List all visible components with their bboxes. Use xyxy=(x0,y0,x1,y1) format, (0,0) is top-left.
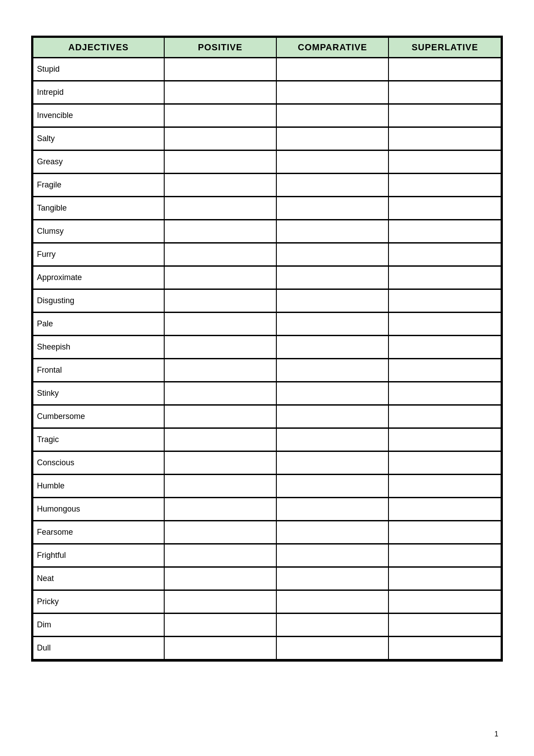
comparative-cell[interactable] xyxy=(276,81,388,104)
table-row: Clumsy xyxy=(33,220,501,243)
comparative-cell[interactable] xyxy=(276,590,388,614)
adjective-cell: Sheepish xyxy=(33,336,164,359)
comparative-cell[interactable] xyxy=(276,197,388,220)
comparative-cell[interactable] xyxy=(276,428,388,451)
comparative-cell[interactable] xyxy=(276,220,388,243)
positive-cell[interactable] xyxy=(164,451,276,475)
adjective-cell: Disgusting xyxy=(33,289,164,313)
table-row: Fragile xyxy=(33,174,501,197)
positive-cell[interactable] xyxy=(164,58,276,81)
superlative-cell[interactable] xyxy=(388,614,501,637)
positive-cell[interactable] xyxy=(164,150,276,174)
table-row: Fearsome xyxy=(33,521,501,544)
superlative-cell[interactable] xyxy=(388,475,501,498)
superlative-cell[interactable] xyxy=(388,220,501,243)
table-row: Salty xyxy=(33,127,501,150)
comparative-cell[interactable] xyxy=(276,475,388,498)
table-row: Humble xyxy=(33,475,501,498)
comparative-cell[interactable] xyxy=(276,336,388,359)
superlative-cell[interactable] xyxy=(388,104,501,127)
adjective-cell: Approximate xyxy=(33,266,164,289)
superlative-cell[interactable] xyxy=(388,405,501,428)
adjective-cell: Cumbersome xyxy=(33,405,164,428)
positive-cell[interactable] xyxy=(164,243,276,266)
positive-cell[interactable] xyxy=(164,428,276,451)
positive-cell[interactable] xyxy=(164,521,276,544)
header-adjectives: ADJECTIVES xyxy=(33,37,164,58)
comparative-cell[interactable] xyxy=(276,313,388,336)
positive-cell[interactable] xyxy=(164,590,276,614)
adjective-cell: Pale xyxy=(33,313,164,336)
adjective-cell: Conscious xyxy=(33,451,164,475)
comparative-cell[interactable] xyxy=(276,614,388,637)
table-row: Tangible xyxy=(33,197,501,220)
comparative-cell[interactable] xyxy=(276,521,388,544)
superlative-cell[interactable] xyxy=(388,637,501,660)
positive-cell[interactable] xyxy=(164,614,276,637)
comparative-cell[interactable] xyxy=(276,359,388,382)
superlative-cell[interactable] xyxy=(388,451,501,475)
adjective-cell: Fragile xyxy=(33,174,164,197)
superlative-cell[interactable] xyxy=(388,567,501,590)
comparative-cell[interactable] xyxy=(276,58,388,81)
superlative-cell[interactable] xyxy=(388,428,501,451)
comparative-cell[interactable] xyxy=(276,104,388,127)
positive-cell[interactable] xyxy=(164,475,276,498)
superlative-cell[interactable] xyxy=(388,521,501,544)
comparative-cell[interactable] xyxy=(276,174,388,197)
positive-cell[interactable] xyxy=(164,382,276,405)
table-row: Intrepid xyxy=(33,81,501,104)
superlative-cell[interactable] xyxy=(388,498,501,521)
comparative-cell[interactable] xyxy=(276,266,388,289)
comparative-cell[interactable] xyxy=(276,544,388,567)
comparative-cell[interactable] xyxy=(276,405,388,428)
header-comparative: COMPARATIVE xyxy=(276,37,388,58)
adjective-cell: Tragic xyxy=(33,428,164,451)
adjective-cell: Humble xyxy=(33,475,164,498)
positive-cell[interactable] xyxy=(164,544,276,567)
positive-cell[interactable] xyxy=(164,637,276,660)
superlative-cell[interactable] xyxy=(388,544,501,567)
positive-cell[interactable] xyxy=(164,266,276,289)
comparative-cell[interactable] xyxy=(276,243,388,266)
superlative-cell[interactable] xyxy=(388,81,501,104)
superlative-cell[interactable] xyxy=(388,289,501,313)
positive-cell[interactable] xyxy=(164,313,276,336)
comparative-cell[interactable] xyxy=(276,289,388,313)
comparative-cell[interactable] xyxy=(276,498,388,521)
superlative-cell[interactable] xyxy=(388,590,501,614)
positive-cell[interactable] xyxy=(164,197,276,220)
superlative-cell[interactable] xyxy=(388,359,501,382)
superlative-cell[interactable] xyxy=(388,382,501,405)
comparative-cell[interactable] xyxy=(276,567,388,590)
positive-cell[interactable] xyxy=(164,405,276,428)
superlative-cell[interactable] xyxy=(388,243,501,266)
superlative-cell[interactable] xyxy=(388,266,501,289)
positive-cell[interactable] xyxy=(164,220,276,243)
adjective-cell: Humongous xyxy=(33,498,164,521)
comparative-cell[interactable] xyxy=(276,127,388,150)
positive-cell[interactable] xyxy=(164,289,276,313)
superlative-cell[interactable] xyxy=(388,174,501,197)
header-positive: POSITIVE xyxy=(164,37,276,58)
positive-cell[interactable] xyxy=(164,104,276,127)
positive-cell[interactable] xyxy=(164,81,276,104)
positive-cell[interactable] xyxy=(164,336,276,359)
superlative-cell[interactable] xyxy=(388,127,501,150)
comparative-cell[interactable] xyxy=(276,382,388,405)
comparative-cell[interactable] xyxy=(276,451,388,475)
superlative-cell[interactable] xyxy=(388,197,501,220)
positive-cell[interactable] xyxy=(164,567,276,590)
comparative-cell[interactable] xyxy=(276,637,388,660)
adjective-cell: Stupid xyxy=(33,58,164,81)
header-superlative: SUPERLATIVE xyxy=(388,37,501,58)
superlative-cell[interactable] xyxy=(388,150,501,174)
positive-cell[interactable] xyxy=(164,174,276,197)
positive-cell[interactable] xyxy=(164,498,276,521)
superlative-cell[interactable] xyxy=(388,313,501,336)
positive-cell[interactable] xyxy=(164,359,276,382)
comparative-cell[interactable] xyxy=(276,150,388,174)
positive-cell[interactable] xyxy=(164,127,276,150)
superlative-cell[interactable] xyxy=(388,58,501,81)
superlative-cell[interactable] xyxy=(388,336,501,359)
